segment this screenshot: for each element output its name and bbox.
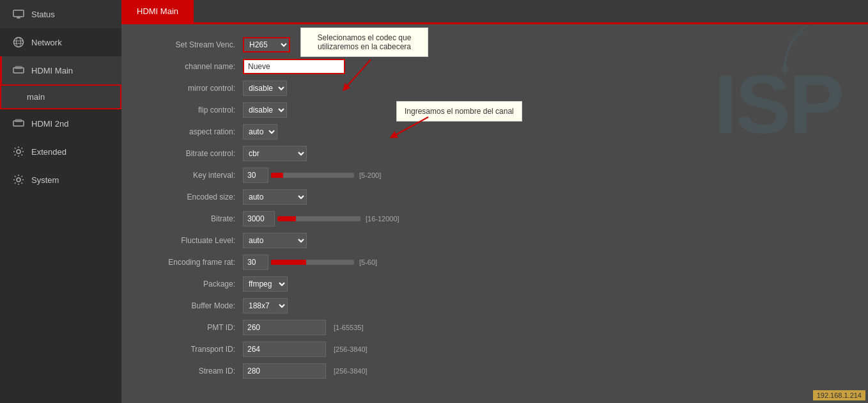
label-stream-id: Stream ID:	[141, 367, 243, 375]
label-fluctuate-level: Fluctuate Level:	[141, 236, 243, 245]
sidebar-item-extended[interactable]: Extended	[0, 138, 121, 166]
control-bitrate: [16-12000]	[243, 211, 399, 226]
sidebar-item-network-label: Network	[31, 38, 62, 47]
label-bitrate: Bitrate:	[141, 214, 243, 223]
form: Set Stream Venc. H265 H264 MJPEG channel…	[141, 37, 849, 379]
svg-point-3	[14, 38, 24, 47]
sidebar-item-system[interactable]: System	[0, 166, 121, 194]
control-aspect-ratio: auto 4:3 16:9	[243, 124, 277, 139]
range-pmt-id: [1-65535]	[334, 324, 363, 331]
form-row-encoding-frame-rate: Encoding frame rat: [5-60]	[141, 255, 849, 270]
gear2-icon	[12, 145, 25, 158]
sidebar-subitem-main-label: main	[27, 92, 45, 102]
sidebar-item-hdmi-main[interactable]: HDMI Main	[0, 56, 121, 84]
input-key-interval[interactable]	[243, 168, 268, 183]
range-encoding-frame-rate: [5-60]	[359, 258, 377, 266]
sidebar-item-network[interactable]: Network	[0, 28, 121, 56]
form-row-bitrate-control: Bitrate control: cbr vbr	[141, 146, 849, 161]
tab-hdmi-main[interactable]: HDMI Main	[121, 0, 194, 22]
label-channel-name: channel name:	[141, 62, 243, 71]
range-stream-id: [256-3840]	[334, 367, 368, 375]
slider-bitrate[interactable]	[277, 216, 360, 221]
control-set-stream-venc: H265 H264 MJPEG	[243, 37, 290, 52]
form-row-transport-id: Transport ID: [256-3840]	[141, 342, 849, 357]
label-package: Package:	[141, 280, 243, 288]
control-encoding-frame-rate: [5-60]	[243, 255, 377, 270]
hdmi2-icon	[12, 117, 25, 130]
control-key-interval: [5-200]	[243, 168, 381, 183]
svg-point-12	[17, 178, 20, 182]
svg-point-4	[17, 38, 21, 47]
sidebar-subitem-main[interactable]: main	[0, 84, 121, 109]
svg-rect-0	[13, 10, 24, 17]
select-encoded-size[interactable]: auto 1920x1080 1280x720	[243, 189, 307, 205]
form-row-buffer-mode: Buffer Mode: 188x7 188x14	[141, 298, 849, 313]
select-bitrate-control[interactable]: cbr vbr	[243, 146, 307, 161]
control-fluctuate-level: auto low medium high	[243, 233, 307, 248]
label-flip-control: flip control:	[141, 106, 243, 115]
label-transport-id: Transport ID:	[141, 345, 243, 354]
input-bitrate[interactable]	[243, 211, 275, 226]
label-encoding-frame-rate: Encoding frame rat:	[141, 258, 243, 267]
label-buffer-mode: Buffer Mode:	[141, 301, 243, 310]
input-channel-name[interactable]	[243, 59, 345, 74]
sidebar-item-hdmi-2nd-label: HDMI 2nd	[31, 119, 69, 129]
sidebar-item-hdmi-2nd[interactable]: HDMI 2nd	[0, 109, 121, 138]
label-set-stream-venc: Set Stream Venc.	[141, 40, 243, 49]
label-aspect-ratio: aspect ration:	[141, 127, 243, 136]
control-stream-id: [256-3840]	[243, 363, 368, 379]
sidebar-item-status-label: Status	[31, 10, 55, 19]
sidebar-item-system-label: System	[31, 175, 59, 185]
select-buffer-mode[interactable]: 188x7 188x14	[243, 298, 288, 313]
form-row-encoded-size: Encoded size: auto 1920x1080 1280x720	[141, 189, 849, 205]
label-key-interval: Key interval:	[141, 171, 243, 180]
form-row-fluctuate-level: Fluctuate Level: auto low medium high	[141, 233, 849, 248]
form-row-bitrate: Bitrate: [16-12000]	[141, 211, 849, 226]
form-row-package: Package: ffmpeg mpegts	[141, 276, 849, 292]
label-encoded-size: Encoded size:	[141, 193, 243, 201]
control-flip-control: disable enable	[243, 102, 287, 118]
control-transport-id: [256-3840]	[243, 342, 368, 357]
control-mirror-control: disable enable	[243, 81, 287, 96]
tab-bar: HDMI Main	[121, 0, 868, 24]
settings-icon	[12, 173, 25, 186]
tooltip-codec: Selecionamos el codec que utilizaremos e…	[300, 28, 428, 57]
input-pmt-id[interactable]	[243, 320, 326, 335]
tooltip-channel: Ingresamos el nombre del canal	[396, 101, 522, 122]
content-area: ISP Selecionamos el codec que utilizarem…	[121, 24, 868, 403]
select-aspect-ratio[interactable]: auto 4:3 16:9	[243, 124, 277, 139]
hdmi-icon	[12, 64, 25, 77]
label-mirror-control: mirror control:	[141, 84, 243, 93]
control-package: ffmpeg mpegts	[243, 276, 288, 292]
monitor-icon	[12, 8, 25, 20]
input-encoding-frame-rate[interactable]	[243, 255, 268, 270]
form-row-mirror-control: mirror control: disable enable	[141, 81, 849, 96]
form-row-channel-name: channel name:	[141, 59, 849, 74]
input-transport-id[interactable]	[243, 342, 326, 357]
sidebar: Status Network HDMI Main main HDMI 2nd	[0, 0, 121, 403]
form-row-set-stream-venc: Set Stream Venc. H265 H264 MJPEG	[141, 37, 849, 52]
control-pmt-id: [1-65535]	[243, 320, 363, 335]
slider-key-interval[interactable]	[271, 173, 354, 178]
range-transport-id: [256-3840]	[334, 345, 368, 353]
select-package[interactable]: ffmpeg mpegts	[243, 276, 288, 292]
control-buffer-mode: 188x7 188x14	[243, 298, 288, 313]
label-bitrate-control: Bitrate control:	[141, 149, 243, 158]
form-row-pmt-id: PMT ID: [1-65535]	[141, 320, 849, 335]
svg-point-11	[17, 150, 20, 154]
select-set-stream-venc[interactable]: H265 H264 MJPEG	[243, 37, 290, 52]
label-pmt-id: PMT ID:	[141, 323, 243, 332]
form-row-stream-id: Stream ID: [256-3840]	[141, 363, 849, 379]
ip-badge: 192.168.1.214	[813, 390, 865, 400]
main-content: HDMI Main ISP Selecion	[121, 0, 868, 403]
select-mirror-control[interactable]: disable enable	[243, 81, 287, 96]
input-stream-id[interactable]	[243, 363, 326, 379]
select-flip-control[interactable]: disable enable	[243, 102, 287, 118]
form-row-aspect-ratio: aspect ration: auto 4:3 16:9	[141, 124, 849, 139]
range-key-interval: [5-200]	[359, 171, 381, 179]
control-encoded-size: auto 1920x1080 1280x720	[243, 189, 307, 205]
slider-encoding-frame-rate[interactable]	[271, 260, 354, 265]
sidebar-item-status[interactable]: Status	[0, 0, 121, 28]
select-fluctuate-level[interactable]: auto low medium high	[243, 233, 307, 248]
control-bitrate-control: cbr vbr	[243, 146, 307, 161]
